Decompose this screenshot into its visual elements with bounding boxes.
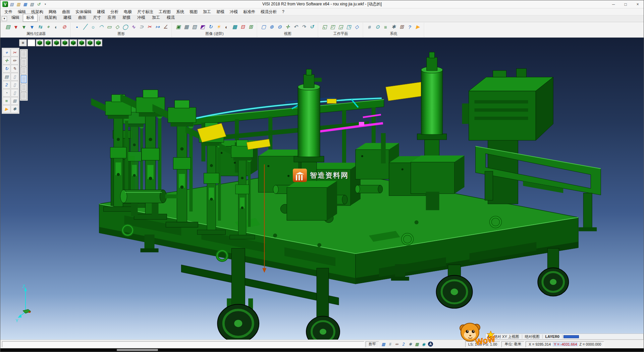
clipboard-slot-4[interactable] <box>21 75 27 83</box>
tab[interactable]: 模流 <box>163 14 178 22</box>
clipboard-slot-1[interactable] <box>21 50 27 58</box>
absolute-view-cell[interactable]: 绝对视图 <box>523 334 541 339</box>
maximize-button[interactable]: □ <box>620 0 632 8</box>
tab[interactable]: 塑膜 <box>119 14 134 22</box>
tab[interactable]: 标准 <box>23 14 38 22</box>
history-icon[interactable]: ◔ <box>3 89 10 97</box>
section-icon[interactable]: ⊟ <box>239 23 247 31</box>
next-view-icon[interactable]: ↷ <box>300 23 308 31</box>
page-icon[interactable]: ▯ <box>11 81 18 89</box>
grid-status-icon[interactable]: ▦ <box>414 341 420 347</box>
taskbar-item[interactable] <box>117 349 158 351</box>
menu-item[interactable]: 加工 <box>200 8 214 15</box>
filter-green-icon[interactable]: ▼ <box>20 23 28 31</box>
pick-element-icon[interactable]: ⌖ <box>44 23 52 31</box>
cut-icon[interactable]: ✂ <box>11 49 18 56</box>
zoom-out-icon[interactable]: ⊖ <box>276 23 283 31</box>
save-icon[interactable]: ▦ <box>22 1 28 7</box>
match-properties-icon[interactable]: ⇆ <box>36 23 44 31</box>
os-taskbar[interactable] <box>0 348 644 352</box>
open-file-icon[interactable]: ▥ <box>15 1 21 7</box>
rectangle-icon[interactable]: ▭ <box>105 23 113 31</box>
view-list-icon[interactable]: ≡ <box>19 39 27 46</box>
polygon-icon[interactable]: ◇ <box>113 23 121 31</box>
workplane-xz-icon[interactable]: ◰ <box>329 23 336 31</box>
view-mode-cell[interactable]: 绝对 XY 上视图 <box>492 334 521 339</box>
front-view-cube[interactable] <box>53 39 60 46</box>
zoom-fit-icon[interactable]: ▢ <box>260 23 267 31</box>
undo-icon[interactable]: ↺ <box>36 1 42 7</box>
filter-blue-icon[interactable]: ▼ <box>28 23 36 31</box>
print-icon[interactable]: ▧ <box>29 1 35 7</box>
tab[interactable]: 冲模 <box>134 14 149 22</box>
document-icon[interactable]: ▯ <box>11 89 18 97</box>
axonometric-view-cube[interactable] <box>95 39 102 46</box>
workplane-dynamic-icon[interactable]: ◇ <box>353 23 361 31</box>
macro-icon[interactable]: ▶ <box>414 23 422 31</box>
tab[interactable]: 加工 <box>149 14 163 22</box>
help-icon[interactable]: ? <box>406 23 414 31</box>
render-icon[interactable]: ◩ <box>199 23 206 31</box>
redraw-icon[interactable]: ↺ <box>308 23 316 31</box>
options-icon[interactable]: ✱ <box>390 23 397 31</box>
top-view-cube[interactable] <box>44 39 52 46</box>
copy-icon[interactable]: ⊞ <box>11 97 18 105</box>
menu-item[interactable]: 标准件 <box>240 8 258 15</box>
edit-pencil-icon[interactable]: ✎ <box>11 65 18 73</box>
line-icon[interactable]: ╱ <box>81 23 89 31</box>
left-view-cube[interactable] <box>69 39 77 46</box>
quick-access-caret-icon[interactable]: ▾ <box>44 3 47 6</box>
shaded-view-icon[interactable]: ▣ <box>174 23 182 31</box>
tab[interactable]: 曲面 <box>75 14 90 22</box>
right-view-cube[interactable] <box>61 39 69 46</box>
viewport-3d[interactable]: ≡ <box>0 38 644 340</box>
visibility-status-icon[interactable]: ◉ <box>421 341 427 347</box>
back-view-cube[interactable] <box>78 39 86 46</box>
properties-icon[interactable]: ▤ <box>4 23 12 31</box>
clipboard-slot-2[interactable] <box>21 58 27 66</box>
circle-icon[interactable]: ○ <box>89 23 97 31</box>
pair-status-icon[interactable]: 2 <box>400 341 407 347</box>
tab[interactable]: 应用 <box>104 14 119 22</box>
filter-red-icon[interactable]: ▼ <box>12 23 20 31</box>
new-file-icon[interactable]: ▤ <box>9 1 15 7</box>
blank-view-swatch[interactable] <box>28 39 35 46</box>
rotate-view-icon[interactable]: ↻ <box>3 65 10 73</box>
annotate-status-icon[interactable]: ✏ <box>394 341 400 347</box>
tab[interactable]: 线架构 <box>41 14 60 22</box>
print-small-icon[interactable]: ▤ <box>3 73 10 81</box>
bottom-view-cube[interactable] <box>86 39 94 46</box>
point-icon[interactable]: • <box>73 23 81 31</box>
clipboard-slot-6[interactable] <box>21 92 27 100</box>
config-icon[interactable]: ✱ <box>11 105 18 113</box>
menu-item[interactable]: ? <box>279 9 287 15</box>
close-button[interactable]: × <box>632 0 644 8</box>
clipboard-slot-5[interactable] <box>21 84 27 91</box>
autocad-badge-icon[interactable]: A <box>428 342 433 347</box>
workplane-3points-icon[interactable]: ◳ <box>345 23 353 31</box>
options-status-icon[interactable]: ✱ <box>407 341 413 347</box>
light-icon[interactable]: ☀ <box>215 23 222 31</box>
offset-icon[interactable]: ⊃ <box>138 23 145 31</box>
snap-icon[interactable]: ⊙ <box>374 23 381 31</box>
extend-icon[interactable]: ↦ <box>154 23 161 31</box>
grid-icon[interactable]: # <box>366 23 373 31</box>
save-status-icon[interactable]: ▦ <box>380 341 386 347</box>
material-icon[interactable]: ◐ <box>223 23 230 31</box>
wireframe-view-icon[interactable]: ▦ <box>182 23 190 31</box>
list-icon[interactable]: ≡ <box>3 97 10 105</box>
menu-item[interactable]: 视图 <box>187 8 200 15</box>
clipboard-slot-3[interactable] <box>21 67 27 75</box>
flag-icon[interactable]: ▶ <box>3 105 10 113</box>
previous-view-icon[interactable]: ↶ <box>292 23 300 31</box>
menu-item[interactable]: 冲模 <box>227 8 240 15</box>
arc-icon[interactable]: ◠ <box>97 23 105 31</box>
hide-element-icon[interactable]: ◐ <box>52 23 60 31</box>
clipping-icon[interactable]: ⊞ <box>247 23 255 31</box>
ellipse-icon[interactable]: ◯ <box>121 23 129 31</box>
draw-pencil-icon[interactable]: ✏ <box>11 57 18 64</box>
workplane-xy-icon[interactable]: ◱ <box>321 23 328 31</box>
erase-icon[interactable]: ⊘ <box>60 23 68 31</box>
pan-move-icon[interactable]: ✛ <box>3 57 10 64</box>
layers-icon[interactable]: ≡ <box>382 23 389 31</box>
